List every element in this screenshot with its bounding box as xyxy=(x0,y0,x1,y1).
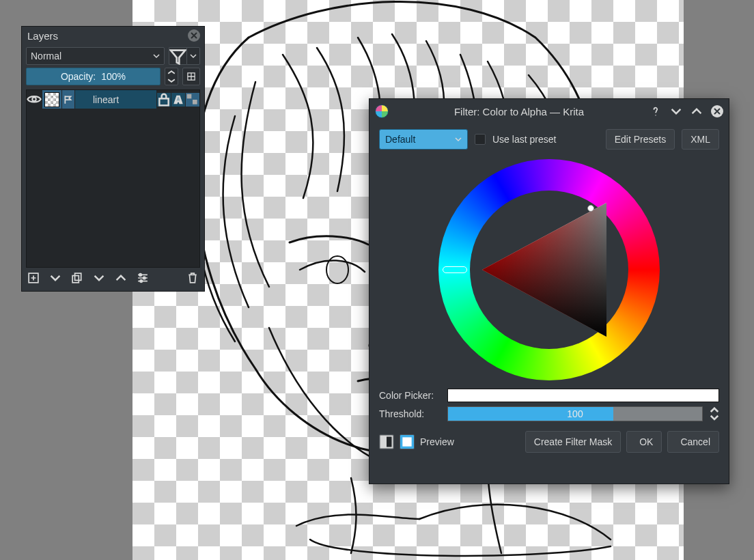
move-layer-up-button[interactable] xyxy=(115,272,127,284)
layer-filter-button[interactable] xyxy=(169,47,186,65)
krita-logo-icon xyxy=(375,104,389,118)
layer-properties-button[interactable] xyxy=(137,272,149,284)
threshold-value: 100 xyxy=(448,408,702,419)
layers-panel: Layers Normal Opacity: 100% xyxy=(21,26,205,292)
layers-panel-titlebar[interactable]: Layers xyxy=(22,27,204,46)
opacity-label: Opacity: xyxy=(61,71,96,82)
preset-value: Default xyxy=(385,134,415,145)
chevron-up-icon xyxy=(167,68,176,76)
svg-point-11 xyxy=(139,274,141,276)
threshold-label: Threshold: xyxy=(379,408,441,419)
chevron-down-icon xyxy=(190,53,197,59)
svg-rect-5 xyxy=(159,98,168,105)
dialog-titlebar[interactable]: Filter: Color to Alpha — Krita xyxy=(369,99,729,124)
use-last-preset-label: Use last preset xyxy=(492,134,556,145)
chevron-down-icon xyxy=(710,415,719,421)
split-preview-toggle[interactable] xyxy=(379,434,394,449)
chevron-down-icon xyxy=(167,76,176,85)
svg-rect-9 xyxy=(72,276,79,283)
hue-ring-marker[interactable] xyxy=(443,266,467,273)
duplicate-layer-button[interactable] xyxy=(71,272,83,284)
dialog-title: Filter: Color to Alpha — Krita xyxy=(389,106,650,117)
layers-panel-title: Layers xyxy=(27,30,58,42)
blend-mode-value: Normal xyxy=(31,51,61,61)
svg-point-14 xyxy=(655,115,656,115)
help-button[interactable] xyxy=(650,105,662,117)
layer-thumbnail-size-button[interactable] xyxy=(182,68,200,85)
svg-marker-16 xyxy=(482,203,606,337)
edit-presets-button[interactable]: Edit Presets xyxy=(606,129,675,150)
svg-point-4 xyxy=(32,98,36,102)
lock-icon[interactable] xyxy=(157,93,171,107)
layer-filter-menu-button[interactable] xyxy=(186,47,200,65)
opacity-spinbox[interactable] xyxy=(165,68,178,85)
svg-point-13 xyxy=(140,280,142,282)
preview-label: Preview xyxy=(420,436,454,447)
chevron-down-icon xyxy=(94,272,104,283)
layer-flag-icon[interactable] xyxy=(64,95,73,104)
preview-checkbox[interactable] xyxy=(400,434,415,449)
layer-name[interactable]: lineart xyxy=(75,90,156,109)
svg-rect-6 xyxy=(187,94,192,98)
chevron-down-icon xyxy=(671,106,682,117)
collapse-button[interactable] xyxy=(670,105,682,117)
question-icon xyxy=(650,106,661,117)
svg-rect-10 xyxy=(75,273,81,280)
svg-rect-7 xyxy=(193,100,197,104)
svg-point-12 xyxy=(143,277,145,279)
chevron-up-icon xyxy=(691,106,702,117)
triangle-marker[interactable] xyxy=(587,205,594,212)
sliders-icon xyxy=(137,272,148,283)
opacity-value: 100% xyxy=(101,71,126,82)
create-filter-mask-button[interactable]: Create Filter Mask xyxy=(525,431,621,453)
inherit-alpha-icon[interactable] xyxy=(186,93,199,107)
threshold-slider[interactable]: 100 xyxy=(447,406,703,421)
ok-button[interactable]: OK xyxy=(626,431,662,453)
plus-square-icon xyxy=(28,272,39,283)
color-picker-label: Color Picker: xyxy=(379,390,441,401)
threshold-decrease[interactable] xyxy=(710,414,719,421)
layer-list: lineart xyxy=(26,89,200,268)
layer-visibility-toggle[interactable] xyxy=(27,90,42,109)
chevron-up-icon xyxy=(710,407,719,413)
duplicate-icon xyxy=(72,272,83,283)
chevron-up-icon xyxy=(115,272,126,283)
add-layer-menu[interactable] xyxy=(49,272,61,284)
color-wheel[interactable] xyxy=(438,159,660,380)
chevron-down-icon xyxy=(153,53,160,59)
preset-dropdown[interactable]: Default xyxy=(379,129,468,150)
move-layer-down-button[interactable] xyxy=(93,272,105,284)
threshold-increase[interactable] xyxy=(710,406,719,414)
close-dialog-button[interactable] xyxy=(711,105,723,117)
expand-button[interactable] xyxy=(690,105,703,117)
alpha-lock-icon[interactable] xyxy=(171,93,185,107)
close-panel-icon[interactable] xyxy=(188,29,200,42)
filter-dialog: Filter: Color to Alpha — Krita Default U… xyxy=(369,98,729,484)
chevron-down-icon xyxy=(455,136,462,143)
xml-button[interactable]: XML xyxy=(682,129,719,150)
cancel-button[interactable]: Cancel xyxy=(667,431,719,453)
svg-rect-19 xyxy=(402,437,411,446)
grid-icon xyxy=(187,72,195,81)
layer-opacity-slider[interactable]: Opacity: 100% xyxy=(26,68,160,85)
use-last-preset-checkbox[interactable] xyxy=(475,134,486,145)
layer-item[interactable]: lineart xyxy=(27,90,199,109)
checkbox-inner-icon xyxy=(400,435,414,449)
chevron-down-icon xyxy=(50,272,61,283)
add-layer-button[interactable] xyxy=(27,272,40,284)
svg-rect-18 xyxy=(380,436,387,447)
eye-icon xyxy=(27,94,42,105)
color-triangle[interactable] xyxy=(470,191,628,349)
color-preview-swatch[interactable] xyxy=(447,389,719,402)
split-icon xyxy=(380,435,393,449)
layer-thumbnail xyxy=(44,92,59,107)
delete-layer-button[interactable] xyxy=(186,272,199,284)
blend-mode-dropdown[interactable]: Normal xyxy=(26,47,165,65)
funnel-icon xyxy=(169,48,186,65)
trash-icon xyxy=(187,272,198,283)
